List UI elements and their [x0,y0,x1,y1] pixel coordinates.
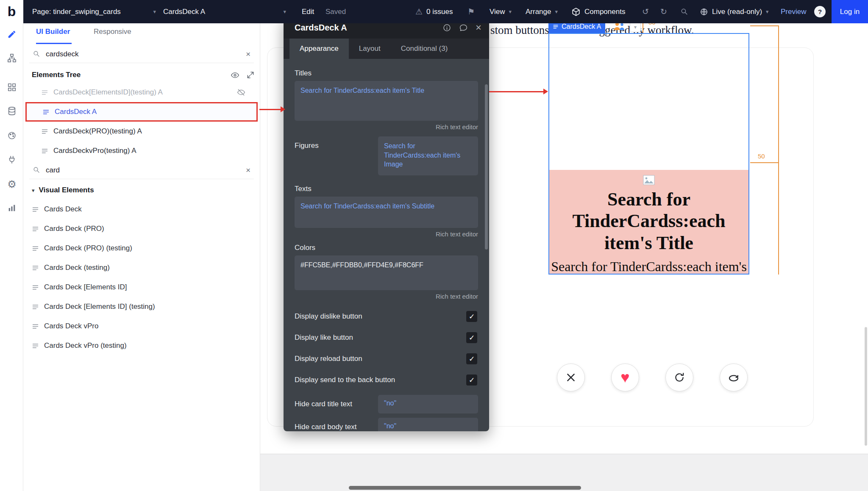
measure-tick-mid [750,162,778,163]
list-item[interactable]: Cards Deck vPro [23,316,260,336]
selection-outline[interactable] [548,33,749,275]
colors-label: Colors [295,244,478,252]
tab-conditional[interactable]: Conditional (3) [391,39,458,59]
visual-elements-search: × [29,161,254,179]
page-selector[interactable]: Page: tinder_swiping_cards ▾ [32,0,156,23]
hide-card-body-input[interactable]: "no" [378,418,478,431]
preview-link[interactable]: Preview [781,0,806,23]
heart-icon: ♥ [620,370,629,385]
tree-item-label: CardsDeckvPro(testing) A [53,147,136,155]
data-tab-icon[interactable] [4,103,19,119]
list-item-label: Cards Deck vPro (testing) [44,341,127,350]
logs-tab-icon[interactable] [4,200,19,216]
reload-button[interactable] [665,363,693,391]
property-editor: CardsDeck A × Appearance Layout Conditio… [284,17,489,431]
measure-right-label: 50 [758,153,765,160]
undo-icon: ↺ [642,7,649,17]
element-icon [32,206,39,213]
tree-item-label: CardsDeck(PRO)(testing) A [53,127,142,136]
list-item[interactable]: Cards Deck [Elements ID] (testing) [23,297,260,316]
annotation-arrow-canvas [489,91,543,92]
tab-ui-builder[interactable]: UI Builder [36,28,70,36]
send-to-back-button[interactable] [720,363,748,391]
display-send-back-checkbox[interactable]: ✓ [466,374,477,386]
eye-off-icon[interactable] [237,88,245,97]
tree-item-selected[interactable]: CardsDeck A [25,102,258,122]
texts-input[interactable]: Search for TinderCardss:each item's Subt… [295,197,478,228]
view-menu[interactable]: View ▾ [490,0,512,23]
help-button[interactable]: ? [814,6,826,17]
tree-item[interactable]: CardsDeckvPro(testing) A [23,141,260,161]
rich-text-editor-link[interactable]: Rich text editor [295,230,478,238]
bubble-logo[interactable]: b [0,0,23,23]
tab-layout[interactable]: Layout [349,39,391,59]
chevron-down-icon: ▾ [634,24,637,30]
design-tab-icon[interactable] [4,27,19,42]
rich-text-editor-link[interactable]: Rich text editor [295,293,478,300]
colors-input[interactable]: #FFC5BE,#FFDBB0,#FFD4E9,#F8C6FF [295,255,478,290]
comment-icon[interactable] [459,23,468,32]
element-selector[interactable]: CardsDeck A ▾ [163,0,286,23]
clear-search-icon[interactable]: × [246,50,250,59]
tree-item[interactable]: CardsDeck(PRO)(testing) A [23,122,260,141]
list-item[interactable]: Cards Deck vPro (testing) [23,336,260,355]
popup-scrollbar[interactable] [485,84,488,250]
environment-selector[interactable]: Live (read-only) ▾ [700,0,769,23]
edit-menu[interactable]: Edit [302,0,314,23]
element-icon [32,303,39,311]
list-item[interactable]: Cards Deck [Elements ID] [23,277,260,297]
styles-tab-icon[interactable] [4,128,19,143]
figures-input[interactable]: Search for TinderCardss:each item's Imag… [378,136,478,175]
layout-tab-icon[interactable] [4,80,19,95]
settings-tab-icon[interactable]: ⚙ [4,177,19,192]
selection-dropdown[interactable]: ▾ [630,22,641,32]
display-dislike-checkbox[interactable]: ✓ [466,311,477,322]
eye-icon[interactable] [231,71,239,80]
list-item[interactable]: Cards Deck (PRO) (testing) [23,239,260,258]
visual-elements-header[interactable]: ▾ Visual Elements [23,182,94,199]
live-label: Live (read-only) [712,8,762,16]
page-selector-label: Page: tinder_swiping_cards [32,8,121,16]
list-item[interactable]: Cards Deck (PRO) [23,219,260,239]
login-button[interactable]: Log in [832,0,868,23]
preview-label: Preview [781,8,806,16]
redo-button[interactable]: ↻ [660,0,667,23]
info-icon[interactable] [442,23,451,32]
checkbox-label: Display dislike button [295,312,466,321]
arrange-label: Arrange [526,8,551,16]
close-icon[interactable]: × [476,22,481,33]
search-button[interactable] [680,0,689,23]
search-icon [680,8,689,16]
saved-label: Saved [326,8,346,16]
dislike-button[interactable] [557,363,585,391]
rich-text-editor-link[interactable]: Rich text editor [295,123,478,130]
issues-label: 0 issues [426,8,453,16]
horizontal-scrollbar[interactable] [349,486,581,490]
tree-item[interactable]: CardsDeck[ElementsID](testing) A [23,83,260,102]
issues-indicator[interactable]: ⚠ 0 issues [415,0,453,23]
visual-elements-search-input[interactable] [46,166,241,175]
arrange-menu[interactable]: Arrange ▾ [526,0,558,23]
list-item[interactable]: Cards Deck (testing) [23,258,260,277]
undo-button[interactable]: ↺ [642,0,649,23]
hide-card-title-row: Hide card title text "no" [295,395,478,413]
clear-search-icon[interactable]: × [246,166,250,175]
vertical-scrollbar[interactable] [865,327,867,446]
titles-input[interactable]: Search for TinderCardss:each item's Titl… [295,81,478,121]
expand-icon[interactable] [246,71,255,79]
elements-tree-search-input[interactable] [46,50,241,58]
plugins-tab-icon[interactable] [4,152,19,167]
components-button[interactable]: Components [571,0,625,23]
hide-card-title-input[interactable]: "no" [378,395,478,413]
list-item-label: Cards Deck [44,205,82,214]
tab-appearance[interactable]: Appearance [289,39,349,59]
display-like-checkbox[interactable]: ✓ [466,332,477,343]
cube-icon [571,7,581,17]
display-reload-checkbox[interactable]: ✓ [466,353,477,364]
workflow-tab-icon[interactable] [4,50,19,66]
flag-button[interactable]: ⚑ [467,0,475,23]
tab-responsive[interactable]: Responsive [94,28,131,36]
like-button[interactable]: ♥ [611,363,639,391]
titles-label: Titles [295,69,478,78]
list-item[interactable]: Cards Deck [23,200,260,219]
